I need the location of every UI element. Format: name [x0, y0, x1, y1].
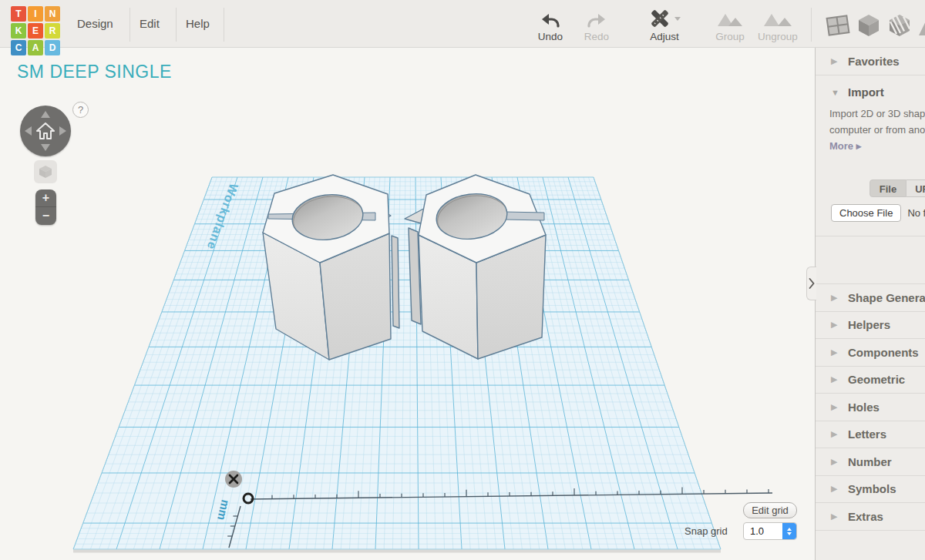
workplane-view-icon[interactable]: [824, 12, 852, 39]
sidebar-section-holes[interactable]: ▶Holes: [816, 394, 925, 421]
pan-right-icon[interactable]: [59, 126, 66, 136]
rotate-view-button[interactable]: [34, 160, 57, 183]
chevron-right-icon: ▶: [831, 457, 840, 467]
stepper-arrows-icon[interactable]: [782, 523, 796, 539]
zoom-in-button[interactable]: +: [35, 189, 56, 207]
chevron-right-icon: ▶: [831, 374, 840, 384]
import-tabs: File URL: [870, 179, 925, 197]
separator: [811, 8, 812, 42]
separator: [130, 8, 130, 42]
zoom-controls: + −: [35, 189, 56, 225]
help-button[interactable]: ?: [72, 102, 89, 118]
scene-3d[interactable]: Workplane: [0, 48, 815, 560]
sidebar-section-number[interactable]: ▶Number: [816, 448, 925, 476]
pan-up-icon[interactable]: [41, 111, 50, 118]
shapes-sidebar: ▶ Favorites ▼ Import Import 2D or 3D sha…: [815, 48, 925, 560]
file-status-text: No file: [907, 207, 925, 219]
more-link[interactable]: More ▸: [829, 140, 925, 152]
zoom-out-button[interactable]: −: [35, 207, 56, 225]
logo-tile: D: [45, 40, 60, 55]
design-title: SM DEEP SINGLE: [17, 62, 172, 82]
solid-cube-icon[interactable]: [855, 12, 883, 39]
shape-icon[interactable]: [916, 12, 925, 39]
undo-icon: [530, 6, 570, 29]
sidebar-section-favorites[interactable]: ▶ Favorites: [816, 48, 925, 75]
cube-outline-icon: [38, 164, 53, 179]
menu-edit[interactable]: Edit: [140, 0, 160, 48]
home-view-icon[interactable]: [36, 122, 55, 139]
logo-tile: A: [28, 40, 43, 55]
logo-tile: R: [45, 23, 60, 39]
adjust-icon: [640, 6, 689, 29]
choose-file-button[interactable]: Choose File: [831, 204, 901, 222]
chevron-right-icon: ▶: [831, 347, 840, 357]
menu-design[interactable]: Design: [77, 0, 113, 48]
fin-plate-left: [392, 236, 399, 328]
chevron-right-icon: ▶: [831, 402, 840, 412]
sidebar-section-symbols[interactable]: ▶Symbols: [816, 476, 925, 504]
tab-file[interactable]: File: [870, 179, 906, 197]
snap-grid-label: Snap grid: [684, 525, 728, 537]
adjust-button[interactable]: Adjust: [640, 6, 689, 45]
sidebar-section-geometric[interactable]: ▶Geometric: [816, 367, 925, 394]
chevron-down-icon: ▼: [831, 88, 840, 97]
chevron-right-icon: ▶: [831, 293, 840, 303]
topbar: TINKERCAD Design Edit Help Undo Redo: [0, 0, 925, 48]
logo-tile: N: [45, 6, 60, 22]
logo-tile: E: [28, 23, 43, 39]
tab-url[interactable]: URL: [906, 179, 925, 197]
logo-tile: T: [11, 6, 26, 22]
sidebar-section-import[interactable]: ▼ Import: [829, 75, 925, 99]
separator: [224, 8, 224, 42]
menu-help[interactable]: Help: [186, 0, 210, 48]
ungroup-icon: [754, 6, 802, 29]
snap-grid-select[interactable]: 1.0: [743, 522, 797, 540]
sidebar-section-extras[interactable]: ▶Extras: [816, 503, 925, 531]
logo-tile: I: [28, 6, 43, 22]
sidebar-section-shape-generators[interactable]: ▶Shape Generators: [816, 284, 925, 312]
group-button[interactable]: Group: [708, 6, 752, 45]
hex-nut-left[interactable]: [263, 175, 399, 360]
sidebar-section-helpers[interactable]: ▶Helpers: [816, 312, 925, 340]
undo-button[interactable]: Undo: [530, 6, 570, 45]
logo-tile: C: [11, 40, 26, 55]
chevron-right-icon: ▶: [831, 429, 840, 439]
ruler-close-button[interactable]: [225, 471, 242, 488]
chevron-right-icon: ▶: [831, 484, 840, 494]
view-navigation-orb[interactable]: [20, 106, 71, 156]
pan-left-icon[interactable]: [25, 126, 32, 136]
logo-tile: K: [11, 23, 26, 39]
pan-down-icon[interactable]: [41, 144, 50, 151]
tinkercad-logo[interactable]: TINKERCAD: [11, 6, 62, 55]
chevron-right-icon: ▶: [831, 511, 840, 521]
separator: [176, 8, 177, 42]
sidebar-section-components[interactable]: ▶Components: [816, 339, 925, 367]
sidebar-collapse-handle[interactable]: [806, 267, 816, 300]
redo-button[interactable]: Redo: [577, 6, 617, 45]
hex-nut-right[interactable]: [405, 175, 546, 359]
group-icon: [708, 6, 752, 29]
hole-cube-icon[interactable]: [886, 12, 913, 39]
chevron-right-icon: ▶: [831, 56, 840, 66]
design-canvas[interactable]: SM DEEP SINGLE ? + −: [0, 48, 815, 560]
import-description: Import 2D or 3D shape computer or from a…: [829, 106, 925, 138]
chevron-right-icon: ▶: [831, 320, 840, 330]
sidebar-section-letters[interactable]: ▶Letters: [816, 421, 925, 449]
redo-icon: [577, 6, 617, 29]
ungroup-button[interactable]: Ungroup: [754, 6, 802, 45]
snap-grid-value: 1.0: [744, 523, 782, 539]
chevron-collapse-icon: [809, 278, 815, 289]
edit-grid-button[interactable]: Edit grid: [743, 502, 797, 518]
import-panel: ▼ Import Import 2D or 3D shape computer …: [816, 75, 925, 236]
